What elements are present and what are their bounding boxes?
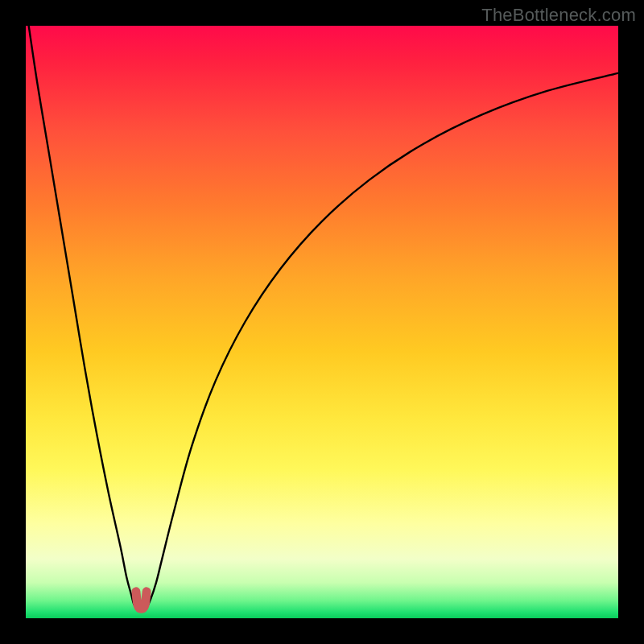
watermark-text: TheBottleneck.com: [481, 5, 636, 26]
optimal-marker: [26, 26, 618, 618]
plot-area: [26, 26, 618, 618]
chart-frame: TheBottleneck.com: [0, 0, 644, 644]
marker-u-shape: [136, 592, 147, 609]
